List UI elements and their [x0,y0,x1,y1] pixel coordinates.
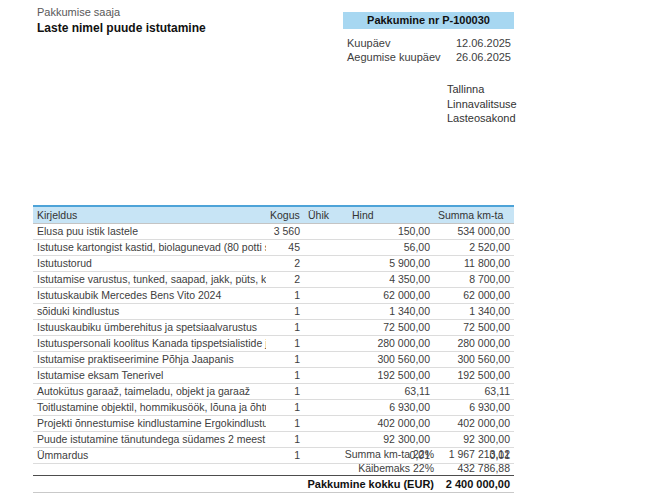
cell-description: Toitlustamine objektil, hommikusöök, lõu… [33,400,266,416]
items-table-body: Elusa puu istik lastele3 560150,00534 00… [33,224,514,464]
cell-description: Elusa puu istik lastele [33,224,266,240]
date-label: Kuupäev [347,37,390,49]
cell-price: 280 000,00 [348,336,434,352]
cell-qty: 1 [266,384,304,400]
table-row: Istutustorud25 900,0011 800,00 [33,256,514,272]
cell-unit [304,432,348,448]
subtotal-label: Summa km-ta 22% [345,448,434,460]
cell-unit [304,416,348,432]
table-row: Istutamise eksam Tenerivel1192 500,00192… [33,368,514,384]
col-header-sum-ex-vat: Summa km-ta [434,206,514,224]
cell-total: 534 000,00 [434,224,514,240]
cell-qty: 2 [266,272,304,288]
cell-description: Istutuspersonali koolitus Kanada tipspet… [33,336,266,352]
cell-unit [304,272,348,288]
expiry-date-label: Aegumise kuupäev [347,51,441,63]
cell-unit [304,368,348,384]
cell-total: 11 800,00 [434,256,514,272]
table-row: Puude istutamine tänutundega südames 2 m… [33,432,514,448]
cell-price: 150,00 [348,224,434,240]
cell-qty: 1 [266,288,304,304]
cell-total: 8 700,00 [434,272,514,288]
cell-qty: 1 [266,304,304,320]
recipient-name: Laste nimel puude istutamine [37,21,206,35]
cell-total: 6 930,00 [434,400,514,416]
cell-qty: 1 [266,400,304,416]
cell-total: 300 560,00 [434,352,514,368]
cell-total: 2 520,00 [434,240,514,256]
cell-qty: 1 [266,432,304,448]
vat-row: Käibemaks 22% 432 786,88 [33,461,514,475]
address-line-3: Lasteosakond [447,111,517,126]
cell-unit [304,288,348,304]
cell-unit [304,240,348,256]
subtotal-row: Summa km-ta 22% 1 967 213,12 [33,447,514,461]
col-header-quantity: Kogus [266,206,304,224]
cell-unit [304,384,348,400]
cell-total: 192 500,00 [434,368,514,384]
cell-price: 63,11 [348,384,434,400]
table-row: Elusa puu istik lastele3 560150,00534 00… [33,224,514,240]
cell-total: 62 000,00 [434,288,514,304]
table-row: Istutuskaubik Mercedes Bens Vito 2024162… [33,288,514,304]
cell-unit [304,304,348,320]
cell-description: Istutuskaubik Mercedes Bens Vito 2024 [33,288,266,304]
cell-description: Istutuse kartongist kastid, biolagunevad… [33,240,266,256]
cell-description: Istutamise praktiseerimine Põhja Jaapani… [33,352,266,368]
offer-expiry-row: Aegumise kuupäev 26.06.2025 [347,51,511,63]
cell-description: Istutustorud [33,256,266,272]
cell-price: 300 560,00 [348,352,434,368]
date-value: 12.06.2025 [456,37,511,49]
cell-unit [304,320,348,336]
cell-qty: 1 [266,416,304,432]
summary-section: Summa km-ta 22% 1 967 213,12 Käibemaks 2… [33,447,514,493]
col-header-unit: Ühik [304,206,348,224]
cell-qty: 1 [266,320,304,336]
cell-qty: 2 [266,256,304,272]
cell-total: 63,11 [434,384,514,400]
cell-description: Istutamise varustus, tunked, saapad, jak… [33,272,266,288]
cell-description: sõiduki kindlustus [33,304,266,320]
table-row: Autokütus garaaž, taimeladu, objekt ja g… [33,384,514,400]
cell-price: 5 900,00 [348,256,434,272]
cell-unit [304,224,348,240]
col-header-description: Kirjeldus [33,206,266,224]
grand-total-label: Pakkumine kokku (EUR) [307,478,434,490]
cell-unit [304,256,348,272]
cell-price: 92 300,00 [348,432,434,448]
grand-total-value: 2 400 000,00 [434,478,514,490]
cell-unit [304,336,348,352]
table-row: sõiduki kindlustus11 340,001 340,00 [33,304,514,320]
table-row: Istutuspersonali koolitus Kanada tipspet… [33,336,514,352]
cell-price: 192 500,00 [348,368,434,384]
cell-total: 280 000,00 [434,336,514,352]
table-row: Projekti õnnestumise kindlustamine Ergok… [33,416,514,432]
offer-title: Pakkumine nr P-100030 [367,14,490,26]
vat-label: Käibemaks 22% [358,462,434,474]
cell-price: 1 340,00 [348,304,434,320]
offer-date-row: Kuupäev 12.06.2025 [347,37,511,49]
cell-description: Istutamise eksam Tenerivel [33,368,266,384]
subtotal-value: 1 967 213,12 [434,448,514,460]
address-line-2: Linnavalitsuse [447,97,517,112]
cell-qty: 45 [266,240,304,256]
table-row: Istutamise varustus, tunked, saapad, jak… [33,272,514,288]
vat-value: 432 786,88 [434,462,514,474]
recipient-section-label: Pakkumise saaja [37,6,120,18]
cell-qty: 1 [266,336,304,352]
cell-price: 62 000,00 [348,288,434,304]
cell-total: 1 340,00 [434,304,514,320]
address-line-1: Tallinna [447,82,517,97]
cell-total: 72 500,00 [434,320,514,336]
cell-qty: 1 [266,352,304,368]
quote-document: Pakkumise saaja Laste nimel puude istuta… [0,0,664,500]
col-header-price: Hind [348,206,434,224]
table-row: Istuuskaubiku ümberehitus ja spetsiaalva… [33,320,514,336]
cell-description: Projekti õnnestumise kindlustamine Ergok… [33,416,266,432]
table-row: Istutamise praktiseerimine Põhja Jaapani… [33,352,514,368]
offer-title-box: Pakkumine nr P-100030 [343,12,514,29]
cell-qty: 1 [266,368,304,384]
cell-description: Autokütus garaaž, taimeladu, objekt ja g… [33,384,266,400]
table-row: Istutuse kartongist kastid, biolagunevad… [33,240,514,256]
cell-total: 402 000,00 [434,416,514,432]
